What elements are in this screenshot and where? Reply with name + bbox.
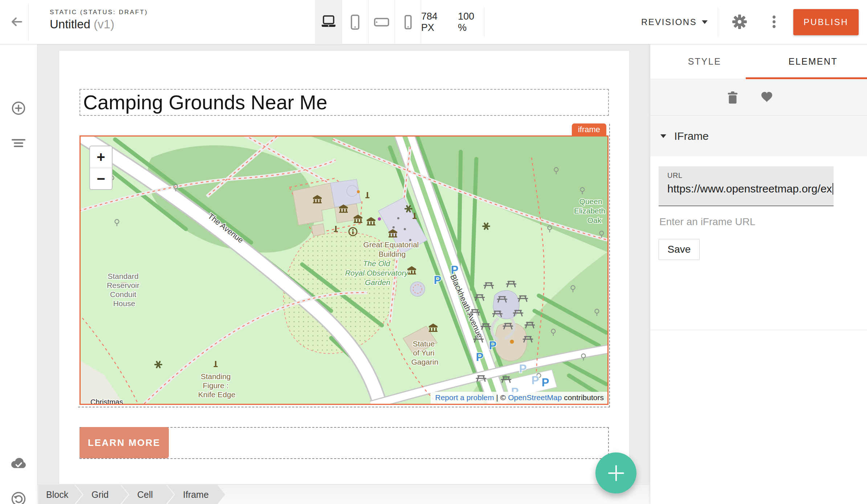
device-tablet-portrait-button[interactable] — [342, 0, 368, 44]
tab-element[interactable]: ELEMENT — [759, 44, 867, 79]
undo-button[interactable] — [9, 489, 28, 504]
svg-text:P: P — [489, 339, 497, 352]
iframe-section-header[interactable]: IFrame — [650, 116, 867, 156]
left-toolbar — [0, 44, 37, 504]
layers-button[interactable] — [9, 134, 28, 153]
breadcrumb-cell[interactable]: Cell — [121, 485, 174, 504]
learn-more-button[interactable]: LEARN MORE — [80, 427, 169, 458]
iframe-block[interactable]: The Avenue Blackheath Avenue Standard Re… — [80, 135, 608, 405]
map-zoom-out-button[interactable]: − — [90, 168, 112, 190]
url-field-label: URL — [667, 171, 834, 180]
settings-button[interactable] — [728, 10, 751, 33]
tablet-portrait-icon — [347, 14, 363, 31]
svg-text:P: P — [532, 374, 539, 387]
delete-element-button[interactable] — [721, 86, 744, 109]
url-input[interactable]: URL https://www.openstreetmap.org/ex — [659, 166, 834, 206]
text-caret — [833, 183, 833, 195]
document-version: (v1) — [94, 17, 114, 31]
add-element-button[interactable] — [9, 99, 28, 118]
iframe-element-badge: iframe — [572, 123, 606, 136]
favorite-element-button[interactable] — [755, 86, 778, 109]
caret-down-icon — [660, 134, 666, 138]
revisions-label: REVISIONS — [641, 17, 697, 27]
map-attribution: Report a problem | © OpenStreetMap contr… — [431, 392, 607, 404]
publish-button[interactable]: PUBLISH — [793, 9, 859, 35]
inspector-panel: STYLE ELEMENT IFrame URL https://www — [650, 44, 867, 504]
svg-text:P: P — [434, 274, 441, 286]
saved-status-button[interactable] — [9, 455, 28, 473]
viewport-width-value: 784 PX — [421, 11, 451, 33]
svg-text:P: P — [542, 376, 549, 389]
topbar-divider — [484, 7, 484, 37]
undo-icon — [10, 490, 27, 504]
heading-block[interactable]: Camping Grounds Near Me — [80, 89, 609, 116]
section-title: IFrame — [674, 130, 709, 142]
publish-label: PUBLISH — [803, 17, 848, 27]
element-breadcrumb-bar: Block Grid Cell Iframe — [37, 484, 650, 504]
svg-text:P: P — [519, 362, 527, 375]
trash-icon — [725, 89, 741, 105]
map-canvas[interactable]: The Avenue Blackheath Avenue Standard Re… — [81, 137, 607, 404]
phone-icon — [400, 14, 416, 31]
openstreetmap-link[interactable]: OpenStreetMap — [508, 393, 562, 402]
back-button[interactable] — [6, 10, 28, 33]
topbar-divider — [28, 4, 29, 41]
iframe-badge-label: iframe — [578, 125, 600, 134]
document-title: Untitled (v1) — [50, 17, 114, 31]
breadcrumb-label: Grid — [91, 489, 109, 500]
zoom-level-value: 100 % — [458, 11, 484, 33]
add-circle-icon — [10, 100, 27, 117]
breadcrumb-label: Cell — [137, 489, 153, 500]
report-problem-link[interactable]: Report a problem — [435, 393, 494, 402]
document-title-text: Untitled — [50, 17, 90, 31]
layers-list-icon — [10, 135, 27, 151]
revisions-dropdown[interactable]: REVISIONS — [635, 0, 714, 44]
iframe-settings: URL https://www.openstreetmap.org/ex Ent… — [650, 156, 867, 504]
knife-edge-label: Standing Figure : Knife Edge — [198, 372, 236, 399]
attribution-separator: | © — [494, 393, 508, 402]
url-helper-text: Enter an iFrame URL — [659, 216, 756, 228]
attribution-contributors: contributors — [562, 393, 604, 402]
save-button[interactable]: Save — [659, 239, 700, 260]
top-bar: STATIC (STATUS: DRAFT) Untitled (v1) — [0, 0, 867, 44]
save-label: Save — [668, 244, 691, 255]
device-desktop-button[interactable] — [315, 0, 342, 44]
panel-divider — [650, 330, 867, 330]
map-zoom-control: + − — [89, 146, 113, 190]
page-title: Camping Grounds Near Me — [83, 91, 327, 114]
document-status: STATIC (STATUS: DRAFT) — [50, 9, 148, 16]
osm-map[interactable]: The Avenue Blackheath Avenue Standard Re… — [81, 137, 607, 404]
cloud-check-icon — [10, 455, 27, 473]
kebab-menu-icon — [766, 13, 782, 30]
plus-icon — [608, 465, 624, 481]
device-phone-button[interactable] — [395, 0, 421, 44]
gear-icon — [731, 13, 748, 30]
laptop-icon — [320, 14, 337, 31]
gagarin-label: Statue of Yuri Gagarin — [411, 340, 439, 366]
device-preview-group — [315, 0, 421, 44]
inspector-tabs: STYLE ELEMENT — [650, 44, 867, 79]
add-block-fab[interactable] — [595, 452, 636, 493]
back-arrow-icon — [9, 13, 25, 30]
learn-more-label: LEARN MORE — [88, 437, 160, 448]
heart-icon — [758, 89, 775, 106]
breadcrumb-iframe[interactable]: Iframe — [167, 485, 225, 504]
map-zoom-in-button[interactable]: + — [90, 146, 112, 168]
breadcrumb-label: Block — [46, 489, 68, 500]
breadcrumb-grid[interactable]: Grid — [76, 485, 128, 504]
breadcrumb-label: Iframe — [183, 489, 209, 500]
svg-text:P: P — [476, 351, 484, 363]
viewport-size-indicator: 784 PX 100 % — [421, 0, 484, 44]
caret-down-icon — [702, 20, 708, 24]
tab-style[interactable]: STYLE — [650, 44, 759, 79]
christmas-label: Christmas — [90, 398, 123, 404]
element-actions-row — [650, 79, 867, 116]
topbar-divider — [718, 7, 718, 37]
tablet-landscape-icon — [373, 14, 390, 31]
breadcrumb-block[interactable]: Block — [38, 485, 82, 504]
device-tablet-landscape-button[interactable] — [368, 0, 395, 44]
svg-text:P: P — [451, 264, 459, 276]
more-options-button[interactable] — [762, 10, 786, 33]
url-field-value: https://www.openstreetmap.org/ex — [667, 183, 832, 195]
